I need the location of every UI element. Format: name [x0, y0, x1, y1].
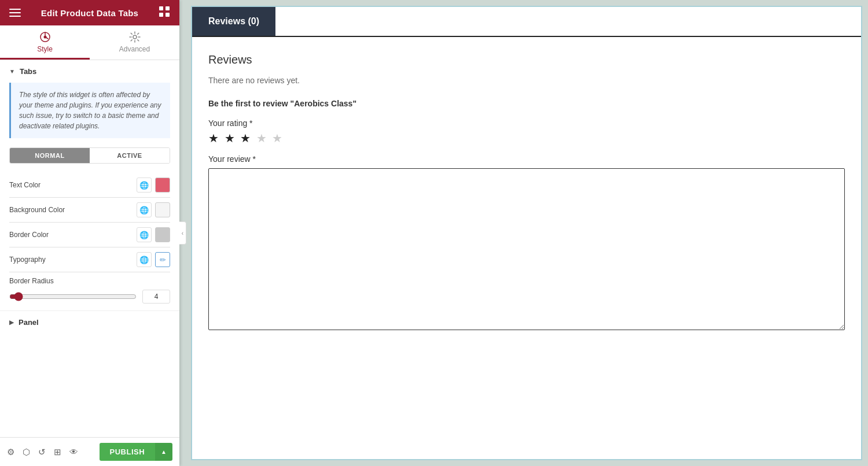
tabs-section-label: Tabs	[20, 67, 36, 76]
first-review-prompt: Be the first to review "Aerobics Class"	[208, 99, 845, 108]
star-rating[interactable]: ★ ★ ★ ★ ★	[208, 131, 845, 145]
tabs-chevron-down: ▼	[9, 68, 15, 75]
star-2[interactable]: ★	[225, 132, 236, 145]
tab-advanced[interactable]: Advanced	[90, 25, 179, 60]
publish-dropdown-button[interactable]: ▲	[155, 443, 172, 461]
background-color-label: Background Color	[9, 206, 65, 214]
review-textarea[interactable]	[208, 168, 845, 330]
typography-label: Typography	[9, 256, 46, 264]
right-area: Reviews (0) Reviews There are no reviews…	[179, 0, 868, 466]
preview-icon[interactable]: 👁	[69, 447, 78, 457]
reviews-content: Reviews There are no reviews yet. Be the…	[192, 37, 861, 349]
text-color-global[interactable]: 🌐	[137, 177, 152, 193]
star-1[interactable]: ★	[208, 132, 220, 145]
background-color-global[interactable]: 🌐	[137, 202, 152, 217]
background-color-controls: 🌐	[137, 202, 170, 217]
typography-edit[interactable]: ✏	[155, 252, 170, 267]
svg-rect-0	[159, 6, 163, 10]
tab-style-label: Style	[37, 45, 53, 53]
border-radius-value[interactable]: 4	[142, 290, 170, 304]
star-5[interactable]: ★	[272, 132, 284, 145]
bottom-toolbar: ⚙ ⬡ ↺ ⊞ 👁 PUBLISH ▲	[0, 437, 179, 466]
canvas-wrapper: Reviews (0) Reviews There are no reviews…	[191, 6, 862, 460]
svg-rect-1	[165, 6, 170, 10]
tab-style[interactable]: Style	[0, 25, 90, 60]
panel-section-label: Panel	[19, 318, 39, 327]
svg-rect-3	[165, 13, 170, 17]
background-color-swatch[interactable]	[155, 202, 170, 217]
publish-wrapper: PUBLISH ▲	[100, 443, 172, 461]
text-color-controls: 🌐	[137, 177, 170, 193]
text-color-row: Text Color 🌐	[0, 173, 179, 197]
border-radius-section: Border Radius 4	[0, 272, 179, 310]
panel-tab-bar: Style Advanced	[0, 25, 179, 60]
reviews-tab-bar: Reviews (0)	[192, 7, 861, 37]
border-color-row: Border Color 🌐	[0, 223, 179, 247]
reviews-tab[interactable]: Reviews (0)	[192, 7, 275, 36]
typography-global[interactable]: 🌐	[137, 252, 152, 267]
reviews-title: Reviews	[208, 53, 845, 66]
history-icon[interactable]: ↺	[38, 447, 46, 457]
typography-row: Typography 🌐 ✏	[0, 247, 179, 272]
panel-title: Edit Product Data Tabs	[41, 8, 138, 18]
star-3[interactable]: ★	[240, 132, 252, 145]
border-color-controls: 🌐	[137, 227, 170, 242]
border-radius-slider-row: 4	[9, 290, 170, 304]
review-label: Your review *	[208, 154, 845, 164]
panel-collapse-handle[interactable]: ‹	[179, 221, 186, 245]
border-radius-label: Border Radius	[9, 277, 170, 285]
panel-header: Edit Product Data Tabs	[0, 0, 179, 25]
normal-active-toggle: NORMAL ACTIVE	[9, 147, 170, 164]
layers-icon[interactable]: ⬡	[23, 447, 30, 457]
toggle-normal[interactable]: NORMAL	[10, 148, 90, 163]
text-color-label: Text Color	[9, 181, 41, 189]
rating-label: Your rating *	[208, 119, 845, 128]
left-panel: Edit Product Data Tabs Style Advanced	[0, 0, 179, 466]
no-reviews-text: There are no reviews yet.	[208, 76, 845, 85]
border-color-label: Border Color	[9, 231, 49, 239]
text-color-swatch[interactable]	[155, 177, 170, 193]
border-radius-slider[interactable]	[9, 292, 137, 301]
tabs-info-box: The style of this widget is often affect…	[9, 83, 170, 138]
settings-icon[interactable]: ⚙	[7, 447, 14, 457]
border-color-global[interactable]: 🌐	[137, 227, 152, 242]
publish-button[interactable]: PUBLISH	[100, 443, 156, 461]
hamburger-icon[interactable]	[9, 7, 21, 19]
typography-controls: 🌐 ✏	[137, 252, 170, 267]
svg-point-5	[43, 36, 46, 39]
star-4[interactable]: ★	[256, 132, 268, 145]
grid-icon[interactable]	[159, 6, 170, 20]
tab-advanced-label: Advanced	[119, 45, 150, 53]
panel-content: ▼ Tabs The style of this widget is often…	[0, 60, 179, 466]
panel-section-header[interactable]: ▶ Panel	[0, 310, 179, 334]
tabs-section-header[interactable]: ▼ Tabs	[0, 60, 179, 83]
toolbar-icons: ⚙ ⬡ ↺ ⊞ 👁	[7, 447, 78, 457]
panel-chevron-right: ▶	[9, 319, 14, 326]
svg-rect-2	[159, 13, 163, 17]
background-color-row: Background Color 🌐	[0, 198, 179, 222]
toggle-active[interactable]: ACTIVE	[90, 148, 170, 163]
responsive-icon[interactable]: ⊞	[54, 447, 61, 457]
svg-point-6	[133, 35, 137, 39]
border-color-swatch[interactable]	[155, 227, 170, 242]
